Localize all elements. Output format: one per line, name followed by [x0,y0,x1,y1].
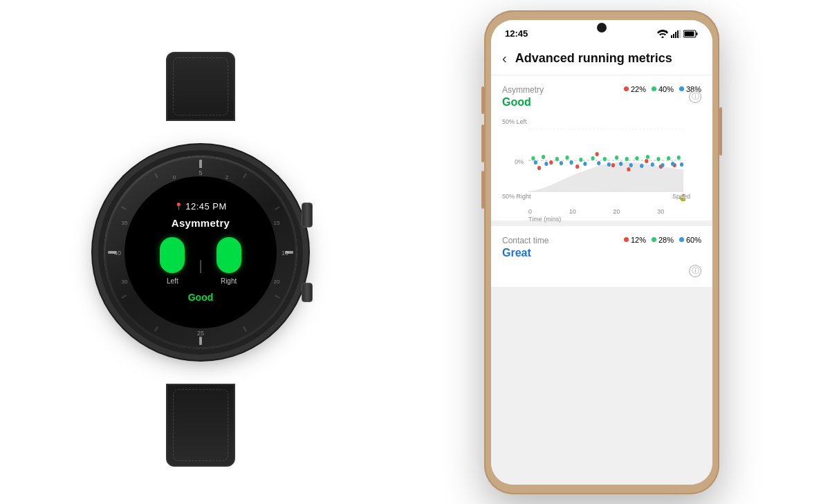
svg-rect-8 [243,326,247,331]
svg-rect-4 [243,173,247,178]
svg-rect-28 [671,35,672,38]
chart-x-10: 10 [569,208,576,215]
svg-text:40: 40 [114,250,121,256]
svg-rect-14 [154,173,158,178]
svg-point-63 [544,162,548,166]
svg-point-70 [629,163,633,167]
asymmetry-card: Asymmetry 22% 40% [491,75,712,221]
chart-x-30: 30 [657,208,664,215]
asymmetry-chart-svg: ⛳ [528,115,701,205]
watch-case: 5 25 40 10 0 2 15 20 35 30 📍 12:45 PM [104,156,297,349]
chart-y-bottom-label: 50% Right [502,193,531,200]
status-time: 12:45 [505,28,528,39]
svg-point-75 [680,162,683,167]
svg-text:20: 20 [274,279,280,285]
app-content: Asymmetry 22% 40% [491,75,712,485]
svg-rect-30 [675,32,676,38]
app-title: Advanced running metrics [515,51,672,66]
asymmetry-label: Asymmetry [502,85,544,95]
svg-point-74 [671,162,674,166]
svg-text:25: 25 [197,330,204,337]
watch-side: 5 25 40 10 0 2 15 20 35 30 📍 12:45 PM [35,0,367,504]
ct-legend-item-red: 12% [624,236,646,244]
contact-time-legend: 12% 28% 60% [624,236,701,244]
phone-vol-down-button [481,124,484,162]
svg-point-45 [645,159,648,163]
contact-time-label: Contact time [502,236,548,245]
contact-time-info-button[interactable]: ⓘ [689,265,701,277]
svg-point-73 [661,163,664,167]
main-container: 5 25 40 10 0 2 15 20 35 30 📍 12:45 PM [0,0,830,504]
svg-rect-11 [121,295,127,299]
phone-frame: 12:45 + [484,10,719,494]
svg-point-40 [549,160,553,165]
svg-point-64 [560,161,563,165]
asymmetry-legend: 22% 40% 38% [624,85,701,93]
svg-text:5: 5 [199,169,202,176]
chart-speed-label: Speed [672,193,690,200]
phone-camera [597,23,607,32]
svg-point-59 [656,157,660,161]
legend-item-red: 22% [624,85,646,93]
watch-wrapper: 5 25 40 10 0 2 15 20 35 30 📍 12:45 PM [76,107,325,398]
legend-value-red: 22% [631,85,646,93]
svg-point-41 [575,165,579,169]
svg-point-52 [579,158,582,162]
svg-text:15: 15 [274,220,280,226]
signal-icon [671,30,681,38]
asymmetry-status: Good [502,96,701,109]
app-header: ‹ Advanced running metrics [491,45,712,75]
svg-text:+: + [665,30,668,34]
svg-point-43 [611,163,615,167]
legend-value-green: 40% [658,85,674,93]
svg-point-62 [534,160,537,165]
svg-rect-5 [275,206,280,210]
phone-power-button [719,107,722,156]
phone-screen: 12:45 + [491,20,712,485]
svg-point-58 [646,155,649,159]
svg-text:2: 2 [225,174,229,180]
asymmetry-info-button[interactable]: ⓘ [689,91,701,103]
watch-band-top [166,52,235,121]
ct-legend-item-blue: 60% [679,236,701,244]
ct-legend-item-green: 28% [652,236,674,244]
svg-point-54 [603,157,607,161]
svg-point-72 [651,162,654,167]
ct-info-row: ⓘ [502,265,701,277]
chart-y-top-label: 50% Left [502,118,527,125]
ct-legend-value-green: 28% [658,236,674,244]
chart-y-mid-label: 0% [515,158,524,165]
svg-rect-32 [679,30,681,38]
svg-point-56 [625,157,629,161]
ct-legend-value-blue: 60% [686,236,701,244]
back-button[interactable]: ‹ [502,50,507,66]
phone-vol-up-button [481,86,484,114]
battery-icon [683,30,699,38]
svg-point-60 [667,156,670,160]
svg-text:35: 35 [122,220,128,226]
svg-point-67 [597,161,600,165]
contact-time-card: Contact time 12% 28% [491,226,712,287]
svg-point-65 [569,160,573,165]
legend-item-green: 40% [652,85,674,93]
svg-rect-10 [154,326,158,331]
svg-point-68 [607,162,611,167]
ct-legend-dot-red [624,237,629,242]
chart-x-0: 0 [528,208,532,215]
chart-x-time-label: Time (mins) [502,216,701,223]
svg-rect-0 [199,160,202,168]
svg-point-61 [677,156,681,160]
phone-side: 12:45 + [408,0,795,504]
svg-rect-13 [121,206,127,210]
chart-x-20: 20 [614,208,620,215]
svg-text:30: 30 [122,279,128,285]
svg-point-71 [640,164,643,168]
svg-text:10: 10 [282,250,288,256]
svg-rect-9 [200,338,201,344]
asymmetry-chart: ⓘ 50% Left 0% 50% Right Speed [502,115,701,212]
watch-crown-top [302,203,313,227]
svg-point-44 [627,167,630,171]
svg-point-39 [537,166,541,170]
svg-point-49 [542,155,545,159]
watch-band-bottom [166,384,235,467]
